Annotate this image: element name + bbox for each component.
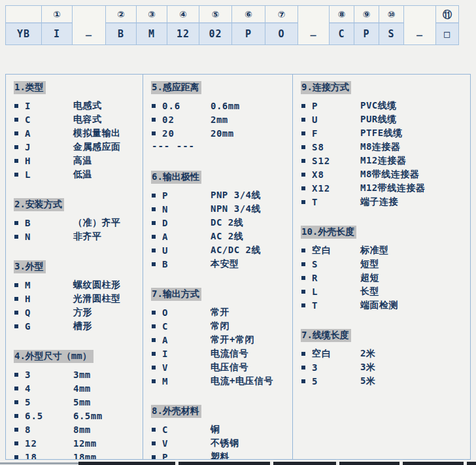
option-code: A: [162, 335, 211, 345]
option-desc: 0.6mm: [211, 101, 240, 111]
option-desc: 20mm: [211, 128, 234, 139]
option-row: S短型: [293, 257, 470, 271]
option-row: B（准）齐平: [6, 216, 143, 230]
option-desc: 金属感应面: [73, 141, 121, 153]
option-code: N: [162, 204, 211, 215]
bullet-icon: [301, 303, 305, 307]
bullet-icon: [14, 283, 18, 287]
bullet-icon: [14, 455, 18, 459]
option-code: X8: [312, 169, 360, 180]
bullet-icon: [301, 262, 305, 266]
option-desc: 塑料: [211, 451, 230, 460]
bullet-icon: [152, 262, 156, 266]
option-desc: 模拟量输出: [73, 128, 121, 139]
section-title: 5.感应距离: [151, 81, 201, 94]
option-row: FPTFE线缆: [293, 126, 470, 140]
option-code: 8: [25, 424, 73, 435]
option-code: T: [312, 197, 360, 207]
option-code: S12: [312, 156, 360, 166]
legend-section: 6.输出极性PPNP 3/4线NNPN 3/4线DDC 2线AAC 2线UAC/…: [143, 170, 292, 271]
option-row: C常闭: [143, 319, 292, 333]
option-row: B本安型: [143, 257, 292, 271]
bullet-icon: [301, 352, 305, 356]
option-row: C铜: [143, 422, 292, 436]
option-code: R: [312, 273, 360, 283]
bullet-icon: [301, 186, 305, 190]
option-row: DDC 2线: [143, 216, 292, 230]
bullet-icon: [301, 104, 305, 108]
option-code: L: [312, 286, 360, 297]
option-row: 1818mm: [6, 450, 143, 459]
option-desc: 低温: [73, 169, 92, 181]
option-code: P: [162, 452, 211, 460]
option-code: C: [25, 114, 73, 125]
section-title: 7.线缆长度: [301, 329, 351, 342]
option-code: 18: [25, 452, 73, 460]
option-desc: 高温: [73, 155, 92, 167]
option-desc: 槽形: [73, 320, 92, 332]
code-segment-cell: YB: [5, 5, 42, 45]
model-code-table: YB①I_②B③M④12⑤02⑥P⑦O_⑧C⑨P⑩S_⑪□: [5, 5, 458, 45]
segment-number-label: ②: [106, 6, 136, 24]
option-row: T端子连接: [293, 195, 470, 209]
option-desc: 标准型: [360, 245, 389, 256]
ellipsis-dashes: --- ---: [143, 140, 292, 154]
legend-section: 4.外型尺寸（mm）33mm44mm55mm6.56.5mm88mm1212mm…: [6, 349, 143, 459]
bullet-icon: [152, 118, 156, 122]
option-desc: M12连接器: [360, 155, 406, 167]
bullet-icon: [14, 324, 18, 328]
option-code: T: [312, 300, 360, 311]
option-code: X12: [312, 183, 360, 194]
option-row: S8M8连接器: [293, 140, 470, 154]
bullet-icon: [301, 290, 305, 294]
bullet-icon: [14, 131, 18, 135]
segment-number-label: ⑨: [354, 6, 379, 24]
option-row: 0.60.6mm: [143, 99, 292, 112]
option-row: AAC 2线: [143, 230, 292, 243]
code-segment-cell: ①I: [41, 5, 73, 45]
bullet-icon: [14, 118, 18, 122]
option-code: 02: [162, 114, 211, 125]
option-code: Q: [25, 307, 73, 318]
separator-cell: _: [72, 5, 106, 45]
bullet-icon: [14, 221, 18, 225]
option-desc: 铜: [211, 424, 220, 436]
option-desc: PTFE线缆: [360, 128, 403, 139]
option-row: I电流信号: [143, 347, 292, 360]
option-desc: 3米: [360, 362, 375, 373]
option-code: 5: [25, 397, 73, 407]
option-row: UAC/DC 2线: [143, 243, 292, 257]
option-desc: 电流+电压信号: [211, 375, 273, 387]
cropped-edge-segment: [467, 462, 476, 465]
option-code: 6.5: [25, 411, 73, 421]
option-desc: 2米: [360, 348, 375, 360]
option-code: C: [162, 321, 211, 332]
bullet-icon: [152, 366, 156, 370]
option-row: M螺纹圆柱形: [6, 278, 143, 292]
option-row: V不锈钢: [143, 436, 292, 450]
bullet-icon: [14, 311, 18, 315]
option-code: V: [162, 362, 211, 373]
option-desc: 3mm: [73, 370, 91, 380]
option-row: M电流+电压信号: [143, 374, 292, 388]
segment-value: M: [137, 24, 167, 44]
option-code: 4: [25, 383, 73, 394]
option-row: 6.56.5mm: [6, 409, 143, 422]
option-desc: AC/DC 2线: [211, 245, 261, 256]
option-row: S12M12连接器: [293, 154, 470, 167]
bullet-icon: [301, 118, 305, 122]
legend-column-3: 9.连接方式PPVC线缆UPUR线缆FPTFE线缆S8M8连接器S12M12连接…: [293, 75, 470, 459]
option-row: 55mm: [6, 395, 143, 409]
option-desc: 电流信号: [211, 348, 248, 360]
bullet-icon: [14, 400, 18, 404]
bullet-icon: [152, 338, 156, 342]
option-code: I: [162, 349, 211, 359]
bullet-icon: [152, 311, 156, 315]
legend-section: 8.外壳材料C铜V不锈钢P塑料FPTFE: [143, 404, 292, 459]
option-code: 20: [162, 128, 211, 139]
segment-value: YB: [6, 24, 41, 44]
cropped-edge-segment: [339, 462, 400, 465]
option-desc: 电压信号: [211, 362, 248, 373]
code-segment-cell: ③M: [136, 5, 167, 45]
option-code: C: [162, 424, 211, 435]
